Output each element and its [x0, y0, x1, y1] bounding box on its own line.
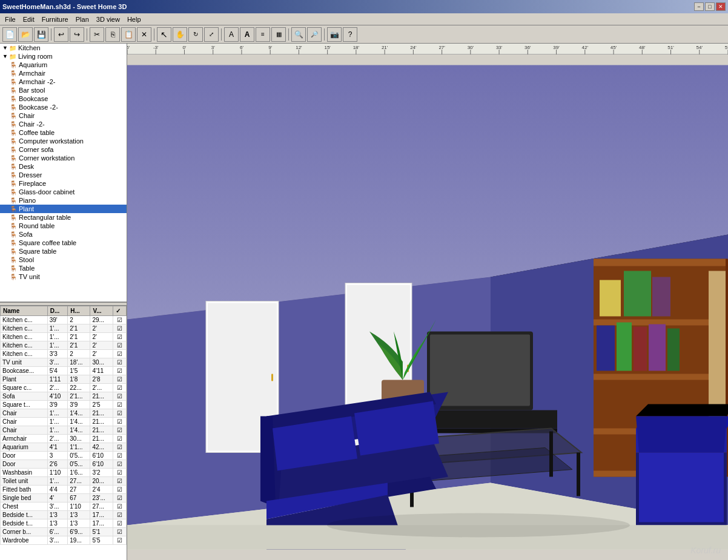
tree-item-fireplace[interactable]: 🪑Fireplace — [0, 179, 127, 188]
zoom-in-button[interactable]: 🔍 — [291, 27, 306, 42]
table-row[interactable]: TV unit 3'... 18'... 30... ☑ — [1, 358, 127, 367]
cell-check[interactable]: ☑ — [113, 324, 126, 333]
tree-item-chair2[interactable]: 🪑Chair -2- — [0, 120, 127, 128]
table-row[interactable]: Bookcase... 5'4 1'5 4'11 ☑ — [1, 367, 127, 375]
tree-item-stool[interactable]: 🪑Stool — [0, 255, 127, 264]
table-row[interactable]: Bedside t... 1'3 1'3 17... ☑ — [1, 519, 127, 528]
cell-check[interactable]: ☑ — [113, 502, 126, 511]
text-button[interactable]: A — [224, 27, 239, 42]
cell-check[interactable]: ☑ — [113, 519, 126, 528]
tree-item-cornerwk[interactable]: 🪑Corner workstation — [0, 154, 127, 162]
cell-check[interactable]: ☑ — [113, 426, 126, 435]
table-row[interactable]: Kitchen c... 1'... 2'1 2' ☑ — [1, 341, 127, 350]
help-button[interactable]: ? — [343, 27, 357, 42]
table-row[interactable]: Washbasin 1'10 1'6... 3'2 ☑ — [1, 469, 127, 477]
col-name[interactable]: Name — [1, 306, 48, 316]
cell-check[interactable]: ☑ — [113, 469, 126, 477]
col-v[interactable]: V... — [90, 306, 113, 316]
table-row[interactable]: Wardrobe 3'... 19... 5'5 ☑ — [1, 536, 127, 545]
table-row[interactable]: Door 2'6 0'5... 6'10 ☑ — [1, 460, 127, 469]
tree-item-sofa[interactable]: 🪑Sofa — [0, 230, 127, 239]
tree-item-coffeetable[interactable]: 🪑Coffee table — [0, 128, 127, 137]
cell-check[interactable]: ☑ — [113, 384, 126, 392]
tree-toggle-kitchen[interactable]: ▼ — [2, 45, 8, 51]
table-row[interactable]: Kitchen c... 1'... 2'1 2' ☑ — [1, 333, 127, 341]
cell-check[interactable]: ☑ — [113, 409, 126, 418]
cell-check[interactable]: ☑ — [113, 452, 126, 460]
3d-canvas[interactable]: Koruf.ru — [127, 54, 728, 560]
col-h[interactable]: H... — [68, 306, 90, 316]
menu-help[interactable]: Help — [124, 15, 145, 24]
cell-check[interactable]: ☑ — [113, 460, 126, 469]
cell-check[interactable]: ☑ — [113, 528, 126, 536]
cell-check[interactable]: ☑ — [113, 511, 126, 519]
cell-check[interactable]: ☑ — [113, 477, 126, 486]
table-row[interactable]: Chair 1'... 1'4... 21... ☑ — [1, 426, 127, 435]
cell-check[interactable]: ☑ — [113, 392, 126, 401]
tree-item-tvunit[interactable]: 🪑TV unit — [0, 272, 127, 281]
pan-button[interactable]: ✋ — [173, 27, 187, 42]
tree-item-piano[interactable]: 🪑Piano — [0, 196, 127, 205]
select-button[interactable]: ↖ — [157, 27, 171, 42]
resize-button[interactable]: ⤢ — [204, 27, 219, 42]
camera-button[interactable]: 📷 — [327, 27, 342, 42]
cell-check[interactable]: ☑ — [113, 443, 126, 452]
table-row[interactable]: Square c... 2'... 22... 2'... ☑ — [1, 384, 127, 392]
undo-button[interactable]: ↩ — [54, 27, 68, 42]
tree-item-living-room[interactable]: ▼📁Living room — [0, 52, 127, 61]
cell-check[interactable]: ☑ — [113, 486, 126, 494]
maximize-button[interactable]: □ — [705, 2, 715, 11]
table-row[interactable]: Chest 3'... 1'10 27... ☑ — [1, 502, 127, 511]
wall-button[interactable]: ▦ — [271, 27, 286, 42]
table-row[interactable]: Toilet unit 1'... 27... 20... ☑ — [1, 477, 127, 486]
col-d[interactable]: D... — [47, 306, 68, 316]
tree-toggle-living-room[interactable]: ▼ — [2, 53, 8, 59]
align-button[interactable]: ≡ — [256, 27, 270, 42]
open-button[interactable]: 📂 — [18, 27, 33, 42]
table-row[interactable]: Armchair 2'... 30... 21... ☑ — [1, 435, 127, 443]
tree-item-cornersofa[interactable]: 🪑Corner sofa — [0, 145, 127, 154]
menu-edit[interactable]: Edit — [19, 15, 38, 24]
cell-check[interactable]: ☑ — [113, 494, 126, 502]
tree-item-dresser[interactable]: 🪑Dresser — [0, 171, 127, 179]
table-row[interactable]: Single bed 4' 67 23'... ☑ — [1, 494, 127, 502]
copy-button[interactable]: ⎘ — [105, 27, 120, 42]
3d-view[interactable]: // Will be populated below -6'-3'0'3'6'9… — [127, 44, 728, 560]
table-row[interactable]: Door 3 0'5... 6'10 ☑ — [1, 452, 127, 460]
tree-item-barstool[interactable]: 🪑Bar stool — [0, 86, 127, 94]
table-row[interactable]: Kitchen c... 39' 2 29... ☑ — [1, 316, 127, 324]
delete-button[interactable]: ✕ — [137, 27, 151, 42]
rotate-button[interactable]: ↻ — [188, 27, 203, 42]
menu-file[interactable]: File — [1, 15, 19, 24]
cell-check[interactable]: ☑ — [113, 367, 126, 375]
save-button[interactable]: 💾 — [34, 27, 48, 42]
tree-item-desk[interactable]: 🪑Desk — [0, 162, 127, 171]
table-row[interactable]: Square t... 3'9 3'9 2'5 ☑ — [1, 401, 127, 409]
tree-item-chair[interactable]: 🪑Chair — [0, 111, 127, 120]
table-row[interactable]: Chair 1'... 1'4... 21... ☑ — [1, 418, 127, 426]
cell-check[interactable]: ☑ — [113, 375, 126, 384]
cell-check[interactable]: ☑ — [113, 333, 126, 341]
cell-check[interactable]: ☑ — [113, 435, 126, 443]
close-button[interactable]: ✕ — [716, 2, 726, 11]
table-row[interactable]: Kitchen c... 1'... 2'1 2' ☑ — [1, 324, 127, 333]
table-row[interactable]: Chair 1'... 1'4... 21... ☑ — [1, 409, 127, 418]
tree-item-bookcase2[interactable]: 🪑Bookcase -2- — [0, 103, 127, 111]
zoom-out-button[interactable]: 🔎 — [307, 27, 322, 42]
paste-button[interactable]: 📋 — [121, 27, 136, 42]
tree-item-sqcoffee[interactable]: 🪑Square coffee table — [0, 239, 127, 247]
new-button[interactable]: 📄 — [2, 27, 17, 42]
menu-furniture[interactable]: Furniture — [38, 15, 72, 24]
menu-3dview[interactable]: 3D view — [93, 15, 124, 24]
table-row[interactable]: Sofa 4'10 2'1... 21... ☑ — [1, 392, 127, 401]
minimize-button[interactable]: − — [694, 2, 704, 11]
tree-item-glassdoor[interactable]: 🪑Glass-door cabinet — [0, 188, 127, 196]
cell-check[interactable]: ☑ — [113, 358, 126, 367]
cell-check[interactable]: ☑ — [113, 401, 126, 409]
table-row[interactable]: Corner b... 6'... 6'9... 5'1 ☑ — [1, 528, 127, 536]
cell-check[interactable]: ☑ — [113, 418, 126, 426]
tree-item-table[interactable]: 🪑Table — [0, 264, 127, 272]
tree-item-compws[interactable]: 🪑Computer workstation — [0, 137, 127, 145]
furniture-table[interactable]: Name D... H... V... ✓ Kitchen c... 39' 2… — [0, 306, 127, 560]
furniture-tree[interactable]: ▼📁Kitchen▼📁Living room🪑Aquarium🪑Armchair… — [0, 44, 127, 302]
